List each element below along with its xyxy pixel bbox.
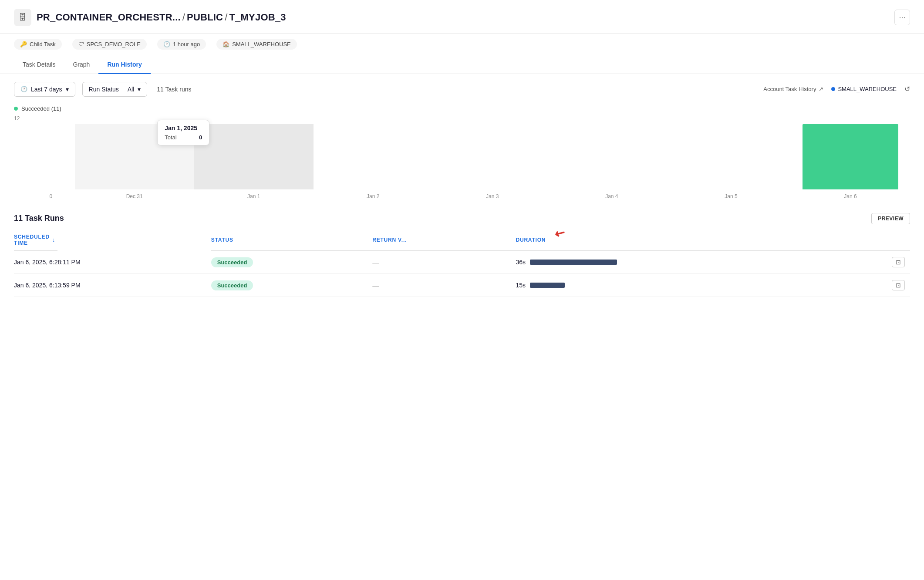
chart-section: Succeeded (11) 12 (0, 101, 924, 202)
time-range-label: Last 7 days (31, 86, 62, 93)
x-label-jan5: Jan 5 (671, 193, 791, 199)
run-status-dropdown[interactable]: Run Status All ▾ (82, 82, 148, 97)
refresh-button[interactable]: ↺ (904, 85, 910, 93)
row2-return-dash: — (372, 282, 379, 289)
tab-task-details-label: Task Details (23, 61, 55, 68)
page-title: PR_CONTAINER_ORCHESTR.../PUBLIC/T_MYJOB_… (37, 12, 286, 23)
tooltip-total-value: 0 (199, 134, 202, 141)
preview-label: PREVIEW (878, 216, 904, 222)
run-status-chevron-icon: ▾ (138, 86, 141, 93)
th-status[interactable]: STATUS (211, 229, 372, 251)
chart-bar-jan1[interactable] (194, 124, 314, 189)
x-label-jan6: Jan 6 (791, 193, 910, 199)
chart-bar-jan5 (671, 124, 791, 189)
time-ago-label: 1 hour ago (173, 41, 200, 47)
annotation-arrow: ↙ (552, 224, 568, 242)
role-label: SPCS_DEMO_ROLE (87, 41, 141, 47)
toolbar-right: Account Task History ↗ SMALL_WAREHOUSE ↺ (763, 85, 910, 93)
row1-duration: 36s (516, 251, 838, 274)
chart-bar-0 (27, 124, 75, 189)
row1-action-icon: ⊡ (896, 259, 901, 266)
th-action (838, 229, 910, 251)
row2-scheduled-time: Jan 6, 2025, 6:13:59 PM (14, 274, 211, 297)
refresh-icon: ↺ (904, 85, 910, 93)
page-wrapper: 🗄 PR_CONTAINER_ORCHESTR.../PUBLIC/T_MYJO… (0, 0, 924, 580)
clock-filter-icon: 🕐 (20, 86, 27, 92)
meta-warehouse: 🏠 SMALL_WAREHOUSE (216, 39, 297, 50)
row1-status: Succeeded (211, 251, 372, 274)
account-history-label: Account Task History (763, 86, 816, 92)
warehouse-meta-label: SMALL_WAREHOUSE (232, 41, 291, 47)
duration-header-label: DURATION (516, 237, 546, 243)
chart-container: 12 (14, 115, 910, 202)
row2-action-button[interactable]: ⊡ (892, 280, 905, 290)
th-return-value[interactable]: RETURN V... (372, 229, 516, 251)
x-label-jan3: Jan 3 (433, 193, 552, 199)
x-label-dec31: Dec 31 (75, 193, 194, 199)
more-button-label: ··· (899, 13, 905, 22)
tooltip-total-row: Total 0 (165, 134, 202, 141)
clock-icon: 🕐 (163, 41, 170, 47)
table-head-row: SCHEDULED TIME ↓ STATUS RETURN V... DURA… (14, 229, 910, 251)
table-section: 11 Task Runs PREVIEW SCHEDULED TIME ↓ ST… (0, 202, 924, 297)
scheduled-time-header-label: SCHEDULED TIME (14, 234, 50, 246)
x-label-0: 0 (27, 193, 75, 199)
th-scheduled-time[interactable]: SCHEDULED TIME ↓ (14, 229, 57, 251)
row2-duration: 15s (516, 274, 838, 297)
meta-time-ago: 🕐 1 hour ago (157, 39, 206, 50)
key-icon: 🔑 (20, 41, 27, 47)
chart-bar-jan2 (314, 124, 433, 189)
preview-button[interactable]: PREVIEW (871, 213, 910, 224)
legend-succeeded-label: Succeeded (11) (21, 105, 61, 112)
chart-bar-jan4 (552, 124, 671, 189)
warehouse-label: SMALL_WAREHOUSE (831, 86, 897, 92)
breadcrumb-sep2: / (225, 12, 227, 23)
tab-graph[interactable]: Graph (64, 56, 98, 74)
time-range-dropdown[interactable]: 🕐 Last 7 days ▾ (14, 82, 75, 97)
tooltip-total-label: Total (165, 134, 176, 141)
breadcrumb-db: PR_CONTAINER_ORCHESTR... (37, 12, 181, 23)
breadcrumb-schema: PUBLIC (187, 12, 223, 23)
table-header-row: 11 Task Runs PREVIEW (14, 213, 910, 224)
breadcrumb-task: T_MYJOB_3 (229, 12, 286, 23)
meta-bar: 🔑 Child Task 🛡 SPCS_DEMO_ROLE 🕐 1 hour a… (0, 34, 924, 56)
chart-legend: Succeeded (11) (14, 105, 910, 112)
row2-duration-bar (530, 283, 565, 288)
row1-return-value: — (372, 251, 516, 274)
tab-run-history[interactable]: Run History (98, 56, 150, 74)
meta-role: 🛡 SPCS_DEMO_ROLE (72, 39, 147, 50)
row2-duration-container: 15s (516, 282, 833, 289)
chevron-down-icon: ▾ (66, 86, 69, 93)
row1-return-dash: — (372, 259, 379, 266)
row1-scheduled-time: Jan 6, 2025, 6:28:11 PM (14, 251, 211, 274)
database-icon: 🗄 (19, 13, 27, 22)
status-badge-succeeded-2: Succeeded (211, 280, 253, 290)
row2-action: ⊡ (838, 274, 910, 297)
header: 🗄 PR_CONTAINER_ORCHESTR.../PUBLIC/T_MYJO… (0, 0, 924, 34)
row1-action-button[interactable]: ⊡ (892, 257, 905, 267)
db-icon: 🗄 (14, 9, 31, 26)
shield-icon: 🛡 (78, 41, 84, 47)
row2-action-icon: ⊡ (896, 282, 901, 289)
chart-bar-jan6 (791, 124, 910, 189)
meta-child-task: 🔑 Child Task (14, 39, 62, 50)
return-value-header-label: RETURN V... (372, 237, 407, 243)
row1-action: ⊡ (838, 251, 910, 274)
x-label-jan2: Jan 2 (314, 193, 433, 199)
table-row: Jan 6, 2025, 6:13:59 PM Succeeded — 15s (14, 274, 910, 297)
row1-duration-bar (530, 260, 617, 265)
chart-x-labels: 0 Dec 31 Jan 1 Jan 2 Jan 3 Jan 4 Jan 5 J… (27, 190, 910, 202)
more-button[interactable]: ··· (894, 10, 910, 25)
legend-succeeded-dot (14, 107, 18, 111)
external-link-icon: ↗ (819, 86, 823, 92)
tooltip-date: Jan 1, 2025 (165, 125, 202, 132)
th-duration[interactable]: DURATION ↙ (516, 229, 838, 251)
tab-task-details[interactable]: Task Details (14, 56, 64, 74)
data-table: SCHEDULED TIME ↓ STATUS RETURN V... DURA… (14, 229, 910, 297)
child-task-label: Child Task (30, 41, 56, 47)
account-history-link[interactable]: Account Task History ↗ (763, 86, 823, 92)
chart-y-label: 12 (14, 115, 20, 121)
row1-duration-container: 36s (516, 259, 833, 266)
row1-duration-text: 36s (516, 259, 526, 266)
warehouse-icon: 🏠 (223, 41, 229, 47)
